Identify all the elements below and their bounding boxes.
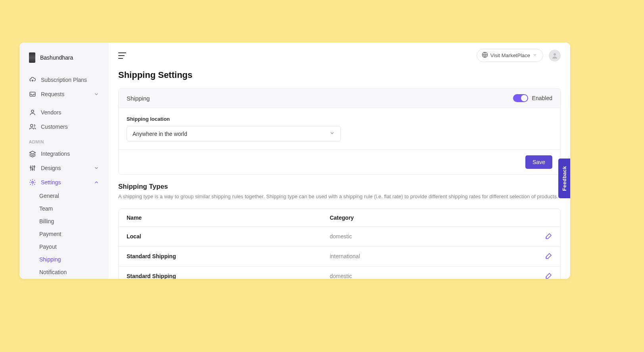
app-container: Bashundhara Subscription Plans Requests …	[19, 43, 570, 279]
brand-name: Bashundhara	[40, 54, 73, 61]
shipping-types-section: Shipping Types A shipping type is a way …	[118, 183, 561, 201]
edit-button[interactable]	[545, 232, 552, 240]
chevron-down-icon	[329, 130, 335, 137]
shipping-toggle-wrap: Enabled	[513, 94, 552, 102]
svg-point-7	[32, 169, 33, 170]
shipping-types-title: Shipping Types	[118, 183, 561, 191]
chevron-down-icon	[94, 91, 99, 97]
col-name: Name	[119, 209, 322, 227]
shipping-card-title: Shipping	[127, 95, 150, 102]
shipping-location-value: Anywhere in the world	[133, 131, 187, 137]
row-name: Standard Shipping	[119, 246, 322, 266]
sub-item-team[interactable]: Team	[19, 202, 109, 215]
brand-logo	[29, 52, 35, 63]
shipping-enabled-toggle[interactable]	[513, 94, 528, 102]
save-button[interactable]: Save	[525, 155, 552, 169]
shipping-card: Shipping Enabled Shipping location Anywh…	[118, 88, 561, 175]
sub-item-general[interactable]: General	[19, 190, 109, 202]
sidebar-item-subscription-plans[interactable]: Subscription Plans	[19, 73, 109, 87]
table-row: Standard Shipping domestic	[119, 266, 560, 279]
shipping-location-label: Shipping location	[127, 116, 552, 122]
topbar: Visit MarketPlace	[109, 43, 570, 68]
table-row: Standard Shipping international	[119, 246, 560, 266]
sidebar-item-label: Vendors	[41, 109, 61, 116]
row-name: Standard Shipping	[119, 266, 322, 279]
avatar[interactable]	[549, 50, 561, 62]
sub-item-shipping[interactable]: Shipping	[19, 253, 109, 266]
feedback-label: Feedback	[561, 166, 567, 191]
sidebar-item-designs[interactable]: Designs	[19, 161, 109, 175]
chevron-up-icon	[94, 180, 99, 185]
sidebar-item-label: Integrations	[41, 151, 70, 157]
row-category: domestic	[322, 227, 454, 246]
sub-item-payment[interactable]: Payment	[19, 228, 109, 240]
layers-icon	[29, 150, 36, 157]
edit-button[interactable]	[545, 272, 552, 279]
svg-point-9	[32, 182, 34, 184]
brand: Bashundhara	[19, 50, 109, 73]
sidebar-item-integrations[interactable]: Integrations	[19, 147, 109, 161]
shipping-types-table: Name Category Local domestic Standard Sh…	[118, 209, 561, 279]
sidebar-item-label: Subscription Plans	[41, 77, 87, 83]
shipping-card-header: Shipping Enabled	[119, 89, 560, 108]
chevron-down-icon	[533, 52, 537, 58]
svg-point-8	[34, 166, 35, 167]
sub-item-billing[interactable]: Billing	[19, 215, 109, 228]
sliders-icon	[29, 164, 36, 172]
globe-icon	[482, 52, 488, 59]
sub-item-tax[interactable]: Tax	[19, 279, 109, 279]
sidebar-item-label: Designs	[41, 165, 61, 171]
sidebar-item-vendors[interactable]: Vendors	[19, 105, 109, 120]
svg-point-2	[31, 124, 33, 127]
col-category: Category	[322, 209, 454, 227]
main: Visit MarketPlace Shipping Settings Ship…	[109, 43, 570, 279]
menu-toggle[interactable]	[118, 52, 126, 59]
row-category: international	[322, 246, 454, 266]
col-actions	[454, 209, 560, 227]
sub-item-notification[interactable]: Notification	[19, 266, 109, 279]
sidebar-item-label: Customers	[41, 124, 68, 130]
shipping-location-select[interactable]: Anywhere in the world	[127, 126, 341, 141]
visit-marketplace-label: Visit MarketPlace	[490, 52, 530, 58]
sidebar-item-label: Requests	[41, 91, 64, 97]
svg-point-6	[30, 167, 31, 168]
table-row: Local domestic	[119, 227, 560, 246]
sub-item-payout[interactable]: Payout	[19, 240, 109, 253]
gear-icon	[29, 179, 36, 186]
svg-point-11	[554, 53, 556, 56]
sidebar-item-settings[interactable]: Settings	[19, 175, 109, 190]
cloud-up-icon	[29, 76, 36, 83]
sidebar-item-label: Settings	[41, 179, 61, 186]
svg-point-1	[31, 110, 34, 112]
row-category: domestic	[322, 266, 454, 279]
admin-section-label: ADMIN	[19, 134, 109, 147]
visit-marketplace-button[interactable]: Visit MarketPlace	[477, 49, 543, 62]
sidebar-item-customers[interactable]: Customers	[19, 120, 109, 134]
page-title: Shipping Settings	[118, 70, 561, 80]
feedback-tab[interactable]: Feedback	[558, 159, 570, 198]
inbox-icon	[29, 91, 36, 98]
user-icon	[29, 109, 36, 116]
shipping-types-description: A shipping type is a way to group simila…	[118, 193, 561, 201]
shipping-enabled-label: Enabled	[532, 95, 552, 101]
shipping-card-body: Shipping location Anywhere in the world	[119, 108, 560, 149]
users-icon	[29, 123, 36, 130]
chevron-down-icon	[94, 165, 99, 171]
sidebar: Bashundhara Subscription Plans Requests …	[19, 43, 109, 279]
content: Shipping Settings Shipping Enabled Shipp…	[109, 68, 570, 279]
nav: Subscription Plans Requests Vendors Cust…	[19, 73, 109, 279]
sidebar-item-requests[interactable]: Requests	[19, 87, 109, 101]
shipping-card-footer: Save	[119, 149, 560, 174]
topbar-right: Visit MarketPlace	[477, 49, 561, 62]
row-name: Local	[119, 227, 322, 246]
edit-button[interactable]	[545, 252, 552, 259]
